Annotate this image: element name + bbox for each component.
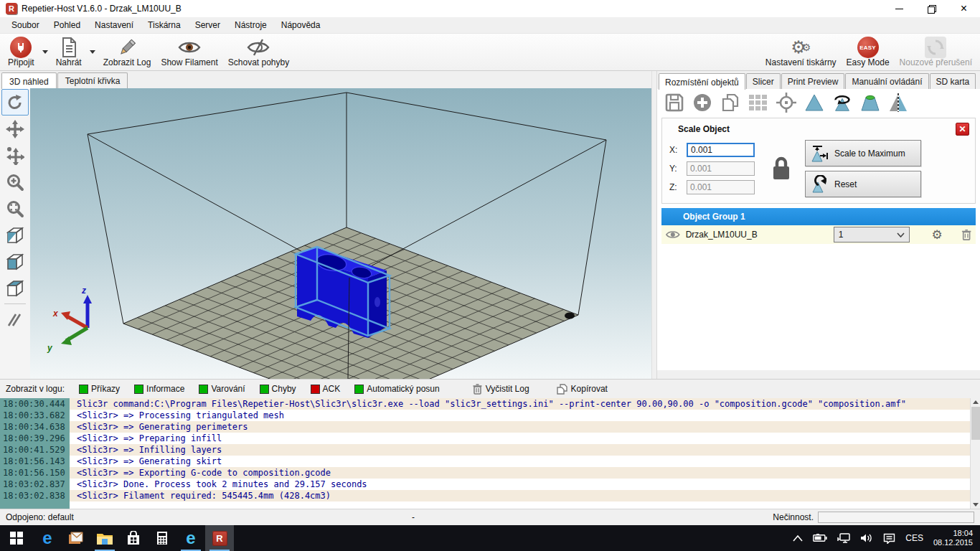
load-button[interactable]: Nahrát bbox=[51, 35, 87, 69]
log-row: 18:01:56.150<Slic3r> => Exporting G-code… bbox=[0, 467, 980, 479]
tab-temperature-curve[interactable]: Teplotní křivka bbox=[57, 72, 128, 88]
log-timestamp: 18:00:39.296 bbox=[0, 433, 70, 444]
clock[interactable]: 18:04 08.12.2015 bbox=[933, 529, 973, 547]
mirror-object-button[interactable] bbox=[887, 91, 910, 114]
warnings-label: Varování bbox=[211, 384, 245, 394]
connect-button[interactable]: Připojit bbox=[3, 35, 39, 69]
filter-info-toggle[interactable]: Informace bbox=[134, 384, 184, 394]
menu-tiskarna[interactable]: Tiskárna bbox=[141, 18, 188, 32]
lock-aspect-button[interactable] bbox=[771, 156, 792, 182]
taskbar-repetier-host[interactable]: R bbox=[205, 525, 234, 551]
taskbar-calculator[interactable] bbox=[148, 525, 176, 551]
log-scrollbar[interactable] bbox=[970, 398, 980, 509]
start-button[interactable] bbox=[0, 525, 33, 551]
menu-nastaveni[interactable]: Nastavení bbox=[88, 18, 141, 32]
filter-ack-toggle[interactable]: ACK bbox=[311, 384, 341, 394]
hide-travel-button[interactable]: Schovat pohyby bbox=[223, 35, 294, 69]
add-object-button[interactable] bbox=[691, 91, 714, 114]
copies-dropdown[interactable]: 1 bbox=[834, 227, 910, 242]
3d-viewport[interactable]: x y z bbox=[30, 88, 651, 379]
scale-object-button[interactable] bbox=[803, 91, 826, 114]
scroll-down-arrow[interactable] bbox=[973, 503, 979, 507]
scale-to-maximum-button[interactable]: Scale to Maximum bbox=[805, 140, 921, 166]
vertical-splitter[interactable] bbox=[651, 71, 656, 379]
errors-indicator bbox=[260, 385, 269, 394]
center-object-button[interactable] bbox=[775, 91, 798, 114]
show-filament-button[interactable]: Show Filament bbox=[156, 35, 222, 69]
reset-scale-button[interactable]: Reset bbox=[805, 171, 921, 197]
filter-commands-toggle[interactable]: Příkazy bbox=[79, 384, 120, 394]
scroll-up-arrow[interactable] bbox=[973, 400, 979, 404]
menu-soubor[interactable]: Soubor bbox=[4, 18, 47, 32]
printer-settings-button[interactable]: ⚙⚙ Nastavení tiskárny bbox=[760, 35, 842, 69]
scale-y-input[interactable] bbox=[687, 161, 755, 176]
tab-3d-preview[interactable]: 3D náhled bbox=[1, 72, 57, 89]
rotate-object-button[interactable] bbox=[831, 91, 854, 114]
object-group-header[interactable]: Object Group 1 bbox=[661, 208, 976, 225]
tab-print-preview[interactable]: Print Preview bbox=[781, 73, 845, 89]
scale-z-input[interactable] bbox=[687, 180, 755, 194]
filter-errors-toggle[interactable]: Chyby bbox=[260, 384, 296, 394]
tray-chevron-icon[interactable] bbox=[793, 535, 803, 542]
tab-manual-control[interactable]: Manuální ovládání bbox=[845, 73, 928, 89]
menu-nastroje[interactable]: Nástroje bbox=[227, 18, 274, 32]
toggle-log-button[interactable]: Zobrazit Log bbox=[98, 35, 156, 69]
activity-status: Nečinnost. bbox=[773, 512, 814, 522]
isometric-view-button[interactable] bbox=[1, 222, 29, 248]
axis-y-label: y bbox=[47, 343, 53, 353]
save-composition-button[interactable] bbox=[663, 91, 686, 114]
network-icon[interactable] bbox=[837, 533, 850, 543]
rotate-view-button[interactable] bbox=[1, 89, 29, 116]
tab-sd-card[interactable]: SD karta bbox=[930, 73, 976, 89]
autoposition-button[interactable] bbox=[747, 91, 770, 114]
filter-warnings-toggle[interactable]: Varování bbox=[199, 384, 245, 394]
taskbar-mail[interactable] bbox=[62, 525, 90, 551]
rotate-object-icon bbox=[831, 93, 854, 113]
restore-button[interactable] bbox=[915, 0, 948, 17]
tab-object-placement[interactable]: Rozmístění objektů bbox=[659, 73, 745, 90]
menu-server[interactable]: Server bbox=[188, 18, 227, 32]
lay-flat-button[interactable] bbox=[859, 91, 882, 114]
printer-settings-label: Nastavení tiskárny bbox=[765, 57, 837, 67]
front-view-button[interactable] bbox=[1, 248, 29, 275]
copy-object-button[interactable] bbox=[719, 91, 742, 114]
filter-autoscroll-toggle[interactable]: Automatický posun bbox=[354, 384, 439, 394]
right-panel: Rozmístění objektů Slicer Print Preview … bbox=[656, 71, 980, 379]
move-object-button[interactable] bbox=[1, 142, 29, 169]
zoom-in-button[interactable] bbox=[1, 169, 29, 195]
bed-corner-marker bbox=[565, 313, 575, 319]
minimize-button[interactable] bbox=[883, 0, 915, 17]
tab-slicer[interactable]: Slicer bbox=[746, 73, 781, 89]
scale-z-label: Z: bbox=[669, 182, 681, 192]
copy-log-button[interactable]: Kopírovat bbox=[557, 384, 608, 395]
connect-dropdown-caret[interactable] bbox=[42, 50, 48, 54]
clear-log-button[interactable]: Vyčistit Log bbox=[473, 384, 529, 395]
action-center-icon[interactable] bbox=[883, 533, 895, 544]
scale-x-input[interactable] bbox=[687, 143, 755, 157]
taskbar-edge[interactable]: e bbox=[33, 525, 62, 551]
object-list-row[interactable]: Drzak_LM10UU_B 1 ⚙ bbox=[661, 225, 976, 244]
scale-panel-close-button[interactable]: ✕ bbox=[956, 123, 969, 136]
close-button[interactable]: × bbox=[948, 0, 980, 17]
scroll-thumb[interactable] bbox=[971, 407, 980, 440]
taskbar-file-explorer[interactable] bbox=[90, 525, 119, 551]
log-message: Slic3r command:C:\Program Files\Repetier… bbox=[70, 398, 980, 410]
load-dropdown-caret[interactable] bbox=[90, 50, 95, 54]
parallel-projection-button[interactable] bbox=[1, 306, 29, 333]
battery-icon[interactable] bbox=[813, 534, 827, 542]
delete-object-button[interactable] bbox=[961, 228, 971, 241]
language-indicator[interactable]: CES bbox=[905, 533, 923, 543]
object-settings-button[interactable]: ⚙ bbox=[931, 229, 942, 241]
zoom-fit-button[interactable] bbox=[1, 195, 29, 222]
move-view-button[interactable] bbox=[1, 116, 29, 142]
menu-napoveda[interactable]: Nápověda bbox=[274, 18, 328, 32]
menu-pohled[interactable]: Pohled bbox=[47, 18, 88, 32]
volume-icon[interactable] bbox=[860, 533, 873, 543]
taskbar-internet-explorer[interactable]: e bbox=[176, 525, 205, 551]
taskbar-store[interactable] bbox=[119, 525, 148, 551]
scale-y-label: Y: bbox=[669, 164, 681, 174]
top-view-button[interactable] bbox=[1, 275, 29, 301]
visibility-eye-icon[interactable] bbox=[666, 230, 680, 240]
log-output[interactable]: 18:00:30.444Slic3r command:C:\Program Fi… bbox=[0, 398, 980, 509]
easy-mode-button[interactable]: EASY Easy Mode bbox=[842, 35, 895, 69]
